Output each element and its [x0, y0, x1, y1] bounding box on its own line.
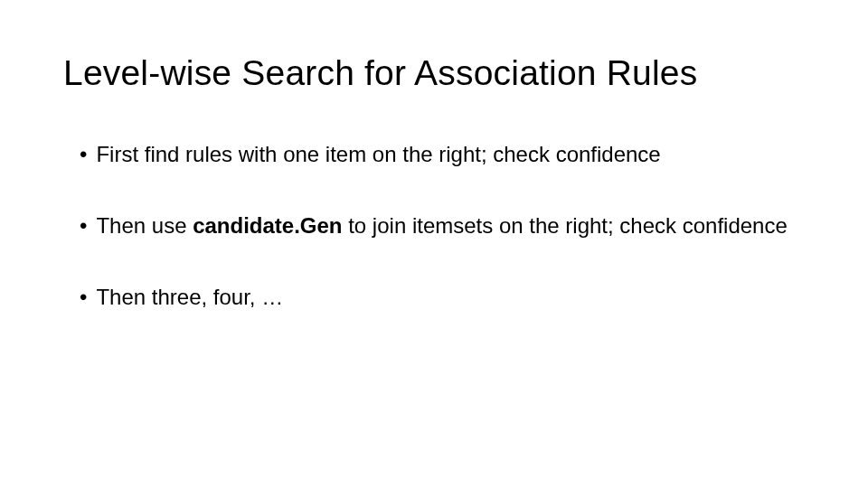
- slide-title: Level-wise Search for Association Rules: [63, 52, 805, 95]
- bullet-item: • First find rules with one item on the …: [80, 140, 805, 168]
- bullet-text: Then three, four, …: [96, 283, 805, 311]
- bullet-text: First find rules with one item on the ri…: [96, 140, 805, 168]
- bullet-marker-icon: •: [80, 211, 87, 239]
- bullet-marker-icon: •: [80, 283, 87, 311]
- bullet-marker-icon: •: [80, 140, 87, 168]
- text-segment: Then use: [96, 213, 193, 238]
- slide: Level-wise Search for Association Rules …: [0, 0, 868, 488]
- bullet-text: Then use candidate.Gen to join itemsets …: [96, 211, 805, 239]
- text-segment-bold: candidate.Gen: [193, 213, 342, 238]
- slide-content: • First find rules with one item on the …: [63, 140, 805, 312]
- text-segment: Then three, four, …: [96, 285, 283, 309]
- text-segment: to join itemsets on the right; check con…: [343, 213, 788, 238]
- bullet-item: • Then three, four, …: [80, 283, 805, 311]
- text-segment: First find rules with one item on the ri…: [96, 142, 660, 166]
- bullet-item: • Then use candidate.Gen to join itemset…: [80, 211, 805, 239]
